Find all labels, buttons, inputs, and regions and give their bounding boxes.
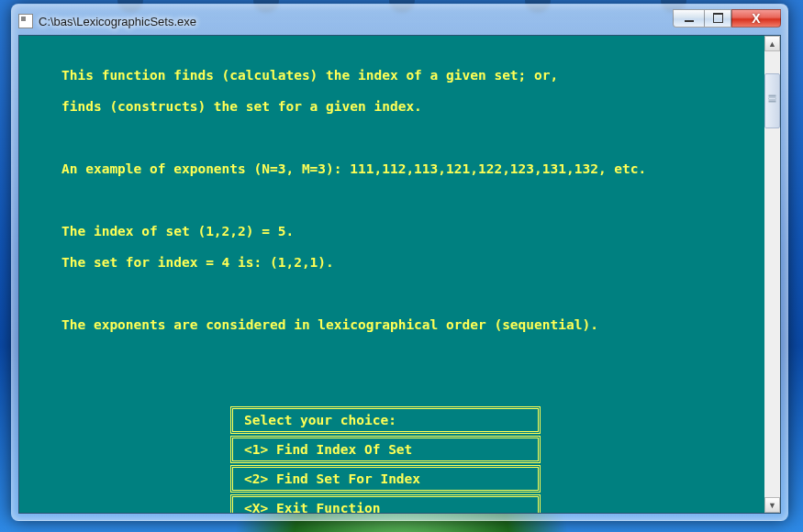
vertical-scrollbar[interactable]: ▲ ▼	[764, 36, 780, 513]
console-client-area: This function finds (calculates) the ind…	[18, 35, 781, 514]
maximize-icon	[713, 13, 723, 23]
menu-item-find-set[interactable]: <2> Find Set For Index	[230, 465, 541, 493]
console-output: This function finds (calculates) the ind…	[19, 36, 780, 364]
close-button[interactable]: X	[731, 9, 781, 28]
desc-line: finds (constructs) the set for a given i…	[27, 99, 780, 115]
minimize-button[interactable]	[673, 9, 704, 28]
window-title: C:\bas\LexicographicSets.exe	[39, 15, 196, 28]
menu-item-exit[interactable]: <X> Exit Function	[230, 494, 541, 514]
scroll-down-button[interactable]: ▼	[764, 497, 780, 513]
minimize-icon	[685, 20, 694, 22]
menu-prompt: Select your choice:	[230, 406, 541, 434]
desktop: C:\bas\LexicographicSets.exe X This func…	[0, 0, 803, 532]
scroll-thumb[interactable]	[764, 73, 780, 128]
chevron-up-icon: ▲	[768, 39, 776, 49]
desc-set-for-index: The set for index = 4 is: (1,2,1).	[27, 255, 780, 271]
app-icon	[18, 14, 33, 28]
desc-index-of-set: The index of set (1,2,2) = 5.	[27, 224, 780, 239]
chevron-down-icon: ▼	[768, 501, 776, 510]
window-control-buttons: X	[673, 16, 781, 28]
menu-box: Select your choice: <1> Find Index Of Se…	[230, 406, 541, 514]
menu-item-find-index[interactable]: <1> Find Index Of Set	[230, 436, 541, 463]
console-window: C:\bas\LexicographicSets.exe X This func…	[11, 4, 788, 521]
scroll-up-button[interactable]: ▲	[764, 36, 780, 51]
close-icon: X	[752, 11, 760, 26]
scroll-track[interactable]	[764, 51, 780, 497]
desc-example: An example of exponents (N=3, M=3): 111,…	[27, 161, 780, 177]
maximize-button[interactable]	[704, 9, 731, 28]
titlebar[interactable]: C:\bas\LexicographicSets.exe X	[18, 11, 781, 31]
desc-lex-order: The exponents are considered in lexicogr…	[27, 317, 780, 333]
desc-line: This function finds (calculates) the ind…	[27, 68, 780, 83]
